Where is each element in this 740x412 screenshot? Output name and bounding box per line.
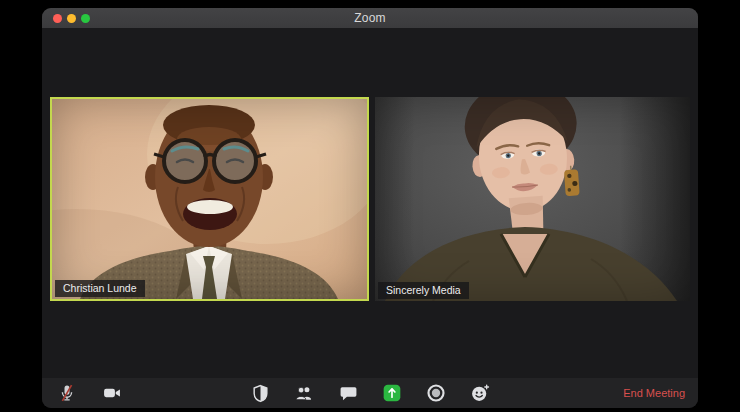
share-screen-icon [382, 383, 402, 403]
close-window-button[interactable] [53, 14, 62, 23]
participants-button[interactable] [294, 383, 314, 403]
desktop-background: Zoom [0, 0, 740, 412]
participant-video-feed [375, 97, 690, 301]
security-button[interactable] [250, 383, 270, 403]
participant-name-label: Sincerely Media [378, 282, 469, 300]
microphone-muted-icon [57, 383, 77, 403]
titlebar[interactable]: Zoom [42, 8, 698, 28]
reactions-icon [470, 383, 490, 403]
record-button[interactable] [426, 383, 446, 403]
mute-button[interactable] [57, 383, 77, 403]
share-screen-button[interactable] [382, 383, 402, 403]
toolbar-center-group [250, 383, 490, 403]
traffic-lights [53, 8, 90, 28]
video-camera-icon [102, 383, 122, 403]
toolbar-left-group [57, 378, 122, 408]
video-tile-sincerely-media[interactable]: Sincerely Media [375, 97, 690, 301]
meeting-toolbar: End Meeting [42, 378, 698, 408]
reactions-button[interactable] [470, 383, 490, 403]
minimize-window-button[interactable] [67, 14, 76, 23]
chat-bubble-icon [339, 384, 358, 403]
chat-button[interactable] [338, 383, 358, 403]
stop-video-button[interactable] [102, 383, 122, 403]
participant-video-feed [52, 99, 367, 299]
end-meeting-button[interactable]: End Meeting [623, 378, 685, 408]
participant-name-label: Christian Lunde [55, 280, 145, 298]
zoom-window: Zoom [42, 8, 698, 408]
record-icon [426, 383, 446, 403]
window-title: Zoom [354, 11, 385, 25]
fullscreen-window-button[interactable] [81, 14, 90, 23]
security-shield-icon [251, 384, 270, 403]
video-tile-christian-lunde[interactable]: Christian Lunde [50, 97, 369, 301]
participants-icon [294, 383, 314, 403]
video-gallery: Christian Lunde [42, 28, 698, 378]
